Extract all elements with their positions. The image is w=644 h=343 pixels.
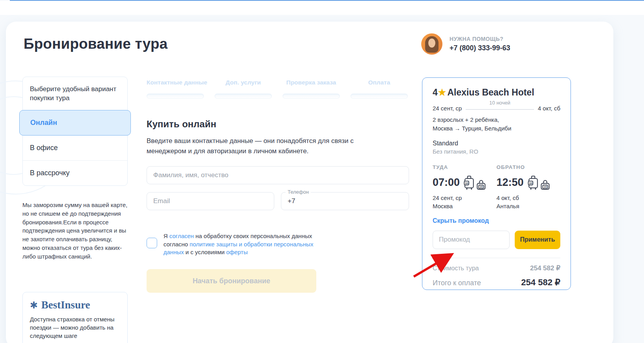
bestinsure-asterisk-icon: ✱ [30, 300, 38, 311]
step-progress-pill [147, 94, 204, 99]
outbound-label: ТУДА [433, 164, 497, 170]
hotel-title: 4★Alexius Beach Hotel [433, 87, 560, 98]
consent-row: Я согласен на обработку своих персональн… [147, 232, 327, 257]
avatar-face [428, 39, 435, 48]
contact-form: Купить онлайн Введите ваши контактные да… [147, 119, 409, 293]
purchase-option-online[interactable]: Онлайн [19, 110, 131, 136]
purchase-options-header: Выберите удобный вариант покупки тура [23, 77, 127, 110]
full-name-input[interactable] [147, 166, 409, 184]
tour-price-value: 254 582 ₽ [530, 264, 560, 272]
flights-info: ТУДА 07:00 10 [433, 164, 560, 209]
star-icon: ★ [438, 87, 448, 97]
phone-field-label: Телефон [286, 189, 311, 195]
nights-line: 10 ночей [466, 103, 534, 110]
phone-field: Телефон [281, 192, 409, 210]
outbound-city: Москва [433, 203, 497, 209]
purchase-option-installments[interactable]: В рассрочку [23, 160, 127, 185]
consent-checkbox[interactable] [147, 238, 157, 248]
suitcase-icon: 10 [527, 175, 539, 191]
support-avatar [421, 33, 442, 55]
inbound-flight: ОБРАТНО 12:50 10 [497, 164, 561, 209]
step-order-review: Проверка заказа [283, 79, 340, 99]
help-texts: НУЖНА ПОМОЩЬ? +7 (800) 333-99-63 [450, 36, 510, 52]
step-progress-pill [350, 94, 408, 99]
insurance-text: Доступна страховка от отмены поездки — м… [30, 315, 120, 340]
help-label: НУЖНА ПОМОЩЬ? [450, 36, 510, 42]
promo-toggle-link[interactable]: Скрыть промокод [433, 217, 560, 224]
hand-bag-icon: 10 [540, 179, 550, 191]
inbound-time: 12:50 [497, 176, 524, 189]
apply-promo-button[interactable]: Применить [515, 231, 560, 249]
form-description: Введите ваши контактные данные — они пон… [147, 136, 372, 156]
date-from: 24 сент, ср [433, 105, 462, 112]
guests-info: 2 взрослых + 2 ребёнка, [433, 116, 560, 124]
purchase-options-panel: Выберите удобный вариант покупки тура Он… [22, 77, 128, 186]
help-phone[interactable]: +7 (800) 333-99-63 [450, 44, 510, 52]
nights-label: 10 ночей [466, 100, 534, 106]
email-input[interactable] [147, 192, 274, 210]
consent-text: Я согласен на обработку своих персональн… [163, 232, 323, 257]
hand-bag-icon: 10 [476, 179, 486, 191]
step-contact-data: Контактные данные [147, 79, 204, 99]
consent-link-agree[interactable]: согласен [169, 233, 194, 239]
top-bar [0, 1, 644, 15]
room-type: Standard [433, 140, 560, 147]
inbound-date: 4 окт, сб [497, 194, 561, 201]
step-progress-pill [283, 94, 340, 99]
outbound-baggage-icons: 10 10 [463, 175, 486, 191]
total-value: 254 582 ₽ [521, 277, 560, 288]
email-phone-row: Телефон [147, 192, 409, 210]
step-extra-services: Доп. услуги [215, 79, 272, 99]
booking-page: Бронирование тура НУЖНА ПОМОЩЬ? +7 (800)… [0, 0, 644, 343]
hotel-name: Alexius Beach Hotel [447, 87, 534, 97]
progress-steps: Контактные данные Доп. услуги Проверка з… [147, 79, 408, 99]
svg-text:10: 10 [529, 181, 532, 185]
inbound-baggage-icons: 10 10 [527, 175, 550, 191]
inbound-label: ОБРАТНО [497, 164, 561, 170]
suitcase-icon: 10 [463, 175, 475, 191]
outbound-flight: ТУДА 07:00 10 [433, 164, 497, 209]
route-info: Москва → Турция, Бельдиби [433, 124, 560, 133]
meal-plan: Без питания, RO [433, 148, 560, 155]
inbound-city: Анталья [497, 203, 561, 209]
purchase-option-office[interactable]: В офисе [23, 136, 127, 160]
annotation-arrow-icon [409, 251, 460, 285]
trip-dates: 24 сент, ср 10 ночей 4 окт, сб [433, 103, 560, 112]
insurance-card: ✱ BestInsure Доступна страховка от отмен… [22, 292, 128, 343]
bestinsure-brand: BestInsure [41, 299, 90, 311]
outbound-time: 07:00 [433, 176, 460, 189]
page-title: Бронирование тура [24, 36, 168, 52]
bestinsure-logo: ✱ BestInsure [30, 299, 120, 311]
help-block: НУЖНА ПОМОЩЬ? +7 (800) 333-99-63 [421, 33, 510, 55]
date-to: 4 окт, сб [538, 105, 560, 112]
promo-row: Применить [433, 231, 560, 249]
step-payment: Оплата [350, 79, 408, 99]
consent-link-offer[interactable]: оферты [226, 249, 248, 255]
svg-text:10: 10 [465, 181, 468, 185]
form-title: Купить онлайн [147, 119, 409, 130]
hotel-stars: 4 [433, 87, 438, 97]
outbound-date: 24 сент, ср [433, 194, 497, 201]
main-content-card: Бронирование тура НУЖНА ПОМОЩЬ? +7 (800)… [6, 22, 613, 343]
freeze-note: Мы заморозим сумму на вашей карте, но не… [22, 201, 131, 260]
svg-text:10: 10 [543, 185, 547, 188]
promo-code-input[interactable] [433, 231, 510, 249]
step-progress-pill [215, 94, 272, 99]
svg-text:10: 10 [479, 185, 483, 188]
start-booking-button[interactable]: Начать бронирование [147, 269, 316, 293]
